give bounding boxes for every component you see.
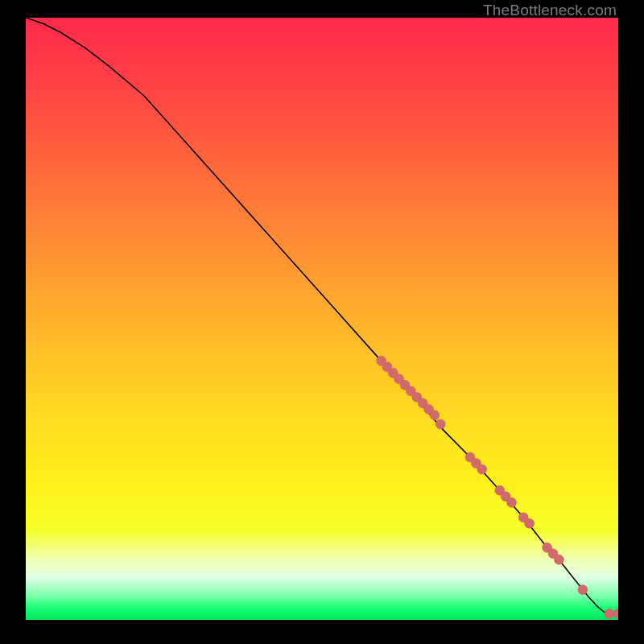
- plot-area: [26, 18, 618, 620]
- watermark-label: TheBottleneck.com: [483, 2, 617, 19]
- chart-stage: TheBottleneck.com: [0, 0, 644, 644]
